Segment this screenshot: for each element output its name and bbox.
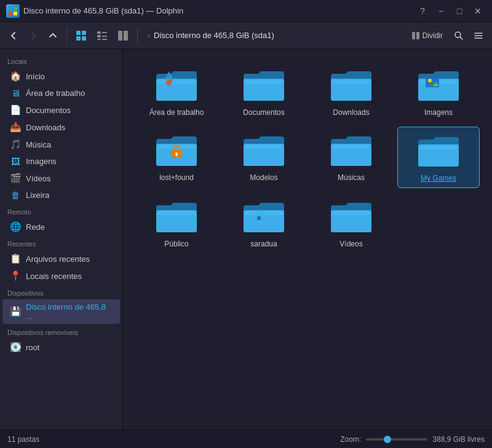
- folder-item-musicas[interactable]: Músicas: [310, 127, 392, 188]
- sidebar-item-rede[interactable]: 🌐Rede: [2, 218, 120, 235]
- sidebar-item-label-root: root: [26, 343, 39, 352]
- folder-label-area-de-trabalho: Área de trabalho: [149, 108, 204, 117]
- statusbar: 11 pastas Zoom: 388,9 GiB livres: [0, 430, 492, 448]
- sidebar-item-downloads[interactable]: 📥Downloads: [2, 119, 120, 136]
- folder-label-documentos: Documentos: [243, 108, 284, 117]
- locais-recentes-icon: 📍: [10, 270, 21, 281]
- hamburger-menu-button[interactable]: [470, 28, 487, 43]
- svg-rect-14: [118, 31, 122, 41]
- back-button[interactable]: [5, 28, 22, 43]
- folder-icon-saradua: [242, 199, 285, 236]
- zoom-thumb[interactable]: [384, 436, 391, 443]
- sidebar-item-disco-interno[interactable]: 💾Disco interno de 465,8 ...: [2, 299, 120, 324]
- toolbar-right: Dividir: [407, 28, 487, 43]
- svg-rect-44: [245, 145, 283, 149]
- forward-button[interactable]: [25, 28, 42, 43]
- svg-rect-9: [102, 32, 107, 33]
- close-button[interactable]: ✕: [470, 4, 486, 18]
- window-controls: ? − □ ✕: [415, 4, 486, 18]
- toolbar: › Disco interno de 465,8 GiB (sda1) Divi…: [0, 22, 492, 49]
- folder-item-saradua[interactable]: saradua: [223, 193, 305, 253]
- sidebar-item-lixeira[interactable]: 🗑Lixeira: [2, 187, 120, 203]
- minimize-button[interactable]: −: [433, 4, 449, 18]
- lixeira-icon: 🗑: [10, 190, 21, 200]
- folder-label-saradua: saradua: [250, 240, 277, 248]
- folder-icon-my-games: [417, 133, 460, 170]
- titlebar-left: Disco interno de 465,8 GiB (sda1) — Dolp…: [6, 4, 183, 18]
- folder-item-videos[interactable]: Vídeos: [310, 193, 392, 253]
- sidebar-item-documentos[interactable]: 📄Documentos: [2, 101, 120, 119]
- svg-rect-11: [102, 36, 107, 37]
- up-button[interactable]: [44, 28, 62, 43]
- sidebar-item-label-locais-recentes: Locais recentes: [26, 272, 82, 281]
- sidebar-item-videos[interactable]: 🎬Vídeos: [2, 170, 120, 187]
- folder-icon-downloads: [330, 68, 373, 104]
- view-details-button[interactable]: [93, 28, 111, 44]
- imagens-icon: 🖼: [10, 156, 21, 167]
- folder-icon-modelos: [242, 133, 285, 170]
- sidebar-item-inicio[interactable]: 🏠Início: [2, 68, 120, 85]
- svg-rect-5: [82, 31, 86, 35]
- main-layout: Locais🏠Início🖥Área de trabalho📄Documento…: [0, 49, 492, 430]
- zoom-label: Zoom:: [340, 435, 361, 444]
- sidebar-item-label-documentos: Documentos: [26, 106, 71, 115]
- sidebar-item-area-de-trabalho[interactable]: 🖥Área de trabalho: [2, 85, 120, 101]
- folder-item-lost-found[interactable]: lost+found: [135, 127, 218, 188]
- downloads-icon: 📥: [10, 122, 21, 133]
- folder-icon-lost-found: [155, 133, 198, 170]
- sidebar-item-label-downloads: Downloads: [26, 123, 65, 132]
- svg-rect-42: [176, 154, 177, 156]
- folder-icon-documentos: [242, 68, 285, 104]
- folder-label-musicas: Músicas: [338, 173, 365, 182]
- divider-button[interactable]: Dividir: [407, 29, 448, 42]
- folder-label-lost-found: lost+found: [159, 173, 194, 182]
- sidebar-item-label-disco-interno: Disco interno de 465,8 ...: [26, 302, 113, 321]
- search-button[interactable]: [450, 28, 467, 43]
- svg-rect-46: [332, 145, 370, 149]
- folder-label-videos: Vídeos: [339, 240, 362, 248]
- folder-icon-publico: [155, 199, 198, 236]
- zoom-slider[interactable]: [366, 438, 427, 441]
- sidebar-item-locais-recentes[interactable]: 📍Locais recentes: [2, 267, 120, 285]
- folder-label-modelos: Modelos: [250, 173, 277, 182]
- folder-item-modelos[interactable]: Modelos: [223, 127, 305, 188]
- folder-icon-imagens: [417, 68, 460, 104]
- folder-item-imagens[interactable]: Imagens: [397, 61, 480, 122]
- sidebar-item-musica[interactable]: 🎵Música: [2, 136, 120, 153]
- free-space: 388,9 GiB livres: [432, 435, 485, 444]
- sidebar-item-imagens[interactable]: 🖼Imagens: [2, 153, 120, 170]
- folder-icon-musicas: [330, 133, 373, 170]
- svg-point-35: [428, 79, 432, 82]
- sidebar-item-label-rede: Rede: [26, 222, 45, 232]
- svg-rect-16: [412, 32, 415, 39]
- maximize-button[interactable]: □: [451, 4, 467, 18]
- disco-interno-icon: 💾: [10, 306, 21, 317]
- svg-rect-29: [245, 80, 283, 84]
- sidebar-item-label-musica: Música: [26, 140, 51, 149]
- folder-icon-videos: [330, 199, 373, 236]
- folder-label-publico: Público: [164, 240, 188, 248]
- svg-rect-56: [332, 211, 370, 215]
- sidebar-item-label-imagens: Imagens: [26, 157, 57, 166]
- folder-item-downloads[interactable]: Downloads: [310, 61, 392, 122]
- view-split-button[interactable]: [114, 28, 132, 44]
- breadcrumb: › Disco interno de 465,8 GiB (sda1): [148, 31, 399, 40]
- sidebar-section-locais: Locais: [0, 53, 122, 68]
- view-icons-button[interactable]: [72, 28, 90, 44]
- folder-item-my-games[interactable]: My Games: [397, 127, 480, 188]
- sidebar-item-arquivos-recentes[interactable]: 📋Arquivos recentes: [2, 250, 120, 267]
- svg-rect-50: [157, 211, 196, 215]
- videos-icon: 🎬: [10, 173, 21, 184]
- sidebar-item-root[interactable]: 💽root: [2, 339, 120, 356]
- sidebar-item-label-area-de-trabalho: Área de trabalho: [26, 88, 85, 98]
- inicio-icon: 🏠: [10, 71, 21, 82]
- folder-item-documentos[interactable]: Documentos: [223, 61, 305, 122]
- folder-label-imagens: Imagens: [424, 108, 453, 117]
- breadcrumb-separator: ›: [148, 31, 150, 40]
- folder-item-publico[interactable]: Público: [135, 193, 218, 253]
- folder-item-area-de-trabalho[interactable]: Área de trabalho: [135, 61, 218, 122]
- arquivos-recentes-icon: 📋: [10, 253, 21, 264]
- help-button[interactable]: ?: [415, 4, 430, 18]
- root-icon: 💽: [10, 342, 21, 353]
- sidebar-item-label-arquivos-recentes: Arquivos recentes: [26, 254, 90, 264]
